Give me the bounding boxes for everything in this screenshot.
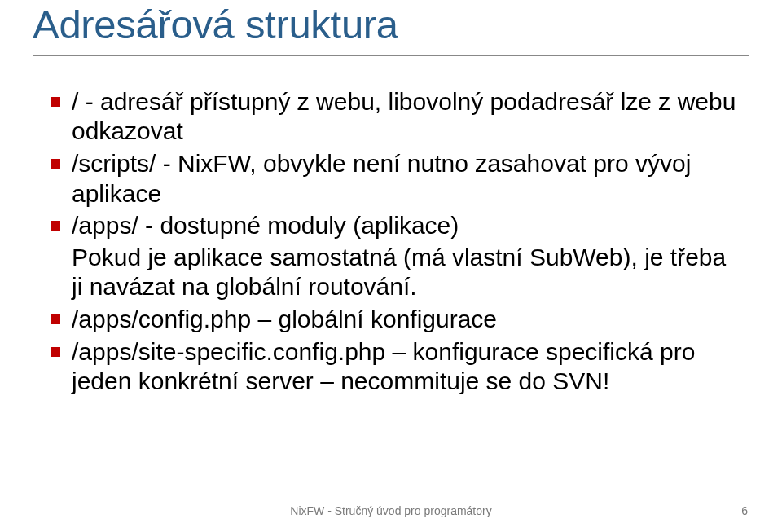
bullet-text: / - adresář přístupný z webu, libovolný … xyxy=(72,88,736,145)
bullet-text: /apps/config.php – globální konfigurace xyxy=(72,306,497,332)
bullet-item: /apps/site-specific.config.php – konfigu… xyxy=(51,337,738,397)
bullet-item: / - adresář přístupný z webu, libovolný … xyxy=(51,87,738,147)
bullet-text: /apps/ - dostupné moduly (aplikace) xyxy=(72,212,459,239)
title-divider xyxy=(33,55,749,56)
bullet-text: /scripts/ - NixFW, obvykle není nutno za… xyxy=(72,150,691,207)
slide-title: Adresářová struktura xyxy=(33,0,749,55)
bullet-item: /apps/ - dostupné moduly (aplikace) Poku… xyxy=(51,211,738,302)
bullet-text: /apps/site-specific.config.php – konfigu… xyxy=(72,338,695,395)
footer-text: NixFW - Stručný úvod pro programátory xyxy=(0,504,782,517)
page-number: 6 xyxy=(741,504,748,517)
bullet-subtext: Pokud je aplikace samostatná (má vlastní… xyxy=(72,243,738,302)
bullet-item: /apps/config.php – globální konfigurace xyxy=(51,305,738,335)
slide-content: / - adresář přístupný z webu, libovolný … xyxy=(33,87,749,397)
bullet-item: /scripts/ - NixFW, obvykle není nutno za… xyxy=(51,149,738,209)
